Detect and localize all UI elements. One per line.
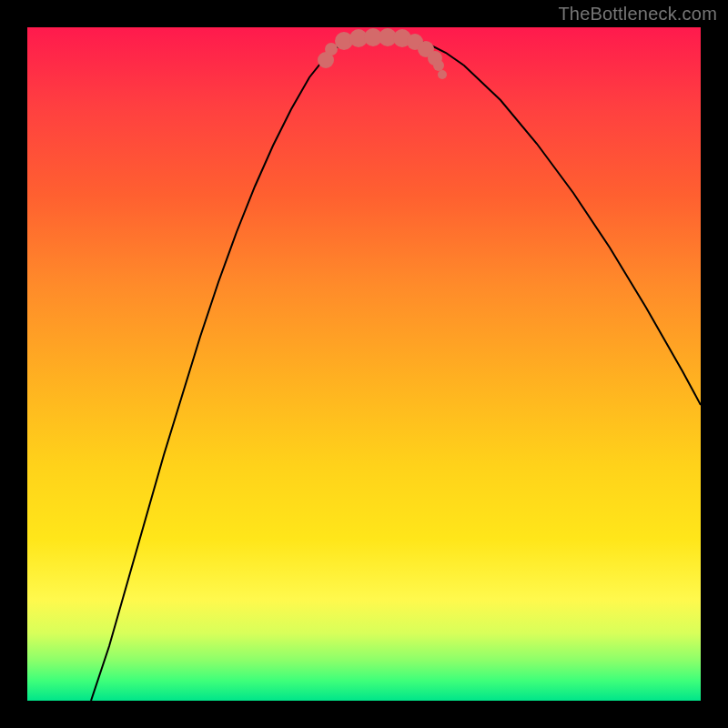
- chart-svg: [27, 27, 701, 701]
- bottleneck-curve: [91, 37, 701, 701]
- chart-frame: TheBottleneck.com: [0, 0, 728, 728]
- attribution-text: TheBottleneck.com: [558, 4, 717, 25]
- plot-area: [27, 27, 701, 701]
- highlight-markers: [318, 28, 447, 79]
- highlight-dot: [438, 70, 447, 79]
- highlight-dot: [433, 60, 444, 71]
